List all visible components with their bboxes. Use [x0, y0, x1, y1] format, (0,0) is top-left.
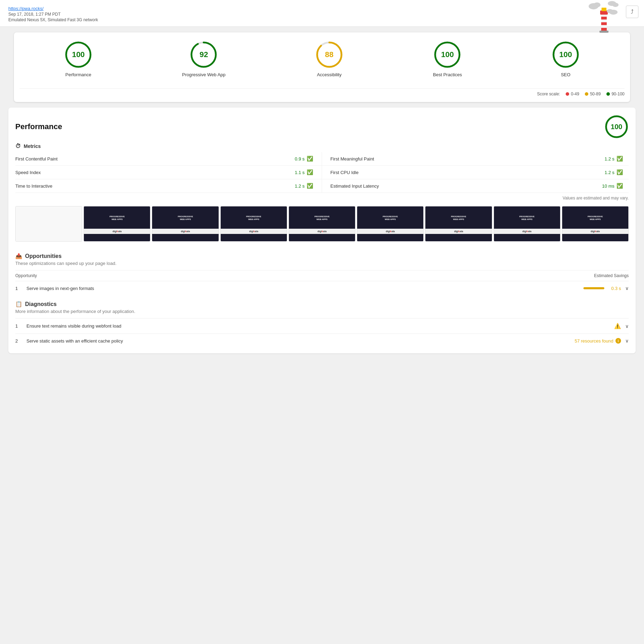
- metric-value: 0.9 s ✅: [295, 156, 313, 162]
- expand-chevron[interactable]: ∨: [625, 338, 629, 344]
- filmstrip: PROGRESSIVEWEB APPS digikala PROGRESSIVE…: [8, 203, 636, 247]
- svg-rect-9: [602, 8, 606, 11]
- header-url[interactable]: https://pwa.rocks/: [8, 6, 44, 11]
- info-badge: i: [615, 338, 621, 344]
- diag-icon: 📋: [15, 301, 22, 307]
- diag-num: 1: [15, 323, 22, 329]
- metrics-title: ⏱ Metrics: [8, 139, 636, 152]
- opp-columns: Opportunity Estimated Savings: [15, 270, 629, 281]
- check-icon: ✅: [616, 169, 623, 175]
- diag-name: Serve static assets with an efficient ca…: [26, 338, 571, 344]
- film-frame: PROGRESSIVEWEB APPS digikala: [425, 206, 492, 242]
- score-item-seo: 100 SEO: [552, 41, 580, 77]
- opp-title: Opportunities: [25, 253, 62, 259]
- check-icon: ✅: [616, 183, 623, 189]
- opp-icon: 📤: [15, 253, 22, 259]
- performance-section: Performance 100 ⏱ Metrics First Contentf…: [8, 108, 636, 353]
- diag-title: Diagnostics: [25, 301, 57, 307]
- metric-row: Estimated Input Latency 10 ms ✅: [322, 179, 629, 193]
- diagnostic-item: 2 Serve static assets with an efficient …: [15, 333, 629, 348]
- film-frame-img: PROGRESSIVEWEB APPS digikala: [152, 206, 218, 241]
- clock-icon: ⏱: [15, 143, 21, 149]
- section-title: Performance: [15, 122, 62, 131]
- metrics-grid: First Contentful Paint 0.9 s ✅ First Mea…: [8, 152, 636, 193]
- score-circle-seo: 100: [552, 41, 580, 69]
- film-frame-img: PROGRESSIVEWEB APPS digikala: [357, 206, 423, 241]
- metric-row: First CPU Idle 1.2 s ✅: [322, 166, 629, 179]
- expand-chevron[interactable]: ∨: [625, 285, 629, 291]
- score-number-seo: 100: [559, 50, 572, 59]
- film-frame-img: PROGRESSIVEWEB APPS digikala: [425, 206, 492, 241]
- metric-value: 1.1 s ✅: [295, 169, 313, 175]
- score-label-performance: Performance: [65, 72, 91, 77]
- score-item-best-practices: 100 Best Practices: [433, 41, 462, 77]
- scores-row: 100 Performance 92 Progressive Web App 8…: [19, 41, 625, 83]
- score-circle-pwa: 92: [190, 41, 218, 69]
- share-button[interactable]: ⤴: [626, 6, 638, 18]
- score-label-pwa: Progressive Web App: [182, 72, 226, 77]
- scale-item: 0-49: [566, 92, 579, 96]
- metric-name: Estimated Input Latency: [330, 183, 379, 189]
- score-number-accessibility: 88: [325, 50, 333, 59]
- svg-rect-10: [599, 31, 608, 33]
- section-score-circle: 100: [604, 115, 629, 139]
- diag-header: 📋 Diagnostics: [15, 295, 629, 309]
- metric-row: Speed Index 1.1 s ✅: [15, 166, 322, 179]
- diagnostics-section: 📋 Diagnostics More information about the…: [8, 295, 636, 353]
- metric-row: First Contentful Paint 0.9 s ✅: [15, 152, 322, 166]
- lighthouse-icon: [588, 0, 620, 38]
- metric-row: Time to Interactive 1.2 s ✅: [15, 179, 322, 193]
- opportunities-section: 📤 Opportunities These optimizations can …: [8, 247, 636, 295]
- score-label-accessibility: Accessibility: [317, 72, 341, 77]
- values-note: Values are estimated and may vary.: [8, 193, 636, 203]
- savings-value: 0.3 s: [607, 286, 621, 291]
- svg-rect-7: [601, 28, 607, 31]
- scale-dot: [566, 92, 569, 96]
- check-icon: ✅: [307, 156, 313, 162]
- check-icon: ✅: [307, 183, 313, 189]
- score-scale: Score scale: 0-4950-8990-100: [19, 88, 625, 96]
- svg-point-3: [612, 3, 619, 7]
- film-frame-img: PROGRESSIVEWEB APPS digikala: [562, 206, 628, 241]
- opp-header: 📤 Opportunities: [15, 247, 629, 261]
- metric-value: 1.2 s ✅: [605, 169, 623, 175]
- metric-name: First Contentful Paint: [15, 156, 57, 162]
- scale-dot: [606, 92, 610, 96]
- film-frame: PROGRESSIVEWEB APPS digikala: [84, 206, 150, 242]
- score-label-best-practices: Best Practices: [433, 72, 462, 77]
- diag-desc: More information about the performance o…: [15, 309, 629, 318]
- check-icon: ✅: [616, 156, 623, 162]
- score-number-best-practices: 100: [441, 50, 454, 59]
- score-label-seo: SEO: [561, 72, 570, 77]
- main-content: Performance 100 ⏱ Metrics First Contentf…: [0, 108, 644, 367]
- opp-savings: 0.3 s: [583, 286, 621, 291]
- svg-rect-5: [601, 17, 607, 19]
- expand-chevron[interactable]: ∨: [625, 323, 629, 329]
- opportunity-item: 1 Serve images in next-gen formats 0.3 s…: [15, 281, 629, 295]
- film-frame: PROGRESSIVEWEB APPS digikala: [494, 206, 560, 242]
- score-circle-best-practices: 100: [433, 41, 461, 69]
- film-frame: PROGRESSIVEWEB APPS digikala: [152, 206, 219, 242]
- opp-desc: These optimizations can speed up your pa…: [15, 261, 629, 270]
- metric-name: First Meaningful Paint: [330, 156, 374, 162]
- score-number-pwa: 92: [199, 50, 208, 59]
- film-frame-img: PROGRESSIVEWEB APPS digikala: [84, 206, 150, 241]
- diag-name: Ensure text remains visible during webfo…: [26, 323, 610, 329]
- film-frame: PROGRESSIVEWEB APPS digikala: [220, 206, 287, 242]
- savings-bar: [583, 287, 604, 289]
- header: https://pwa.rocks/ Sep 17, 2018, 1:27 PM…: [0, 0, 644, 27]
- metric-value: 1.2 s ✅: [605, 156, 623, 162]
- opp-num: 1: [15, 286, 22, 291]
- score-item-pwa: 92 Progressive Web App: [182, 41, 226, 77]
- scale-item: 50-89: [585, 92, 601, 96]
- section-header: Performance 100: [8, 108, 636, 139]
- film-frame: PROGRESSIVEWEB APPS digikala: [289, 206, 355, 242]
- diagnostic-item: 1 Ensure text remains visible during web…: [15, 318, 629, 333]
- metric-value: 10 ms ✅: [602, 183, 623, 189]
- score-circle-accessibility: 88: [315, 41, 343, 69]
- score-item-performance: 100 Performance: [64, 41, 92, 77]
- metric-name: Speed Index: [15, 170, 41, 175]
- score-circle-performance: 100: [64, 41, 92, 69]
- metric-value: 1.2 s ✅: [295, 183, 313, 189]
- metric-name: Time to Interactive: [15, 183, 52, 189]
